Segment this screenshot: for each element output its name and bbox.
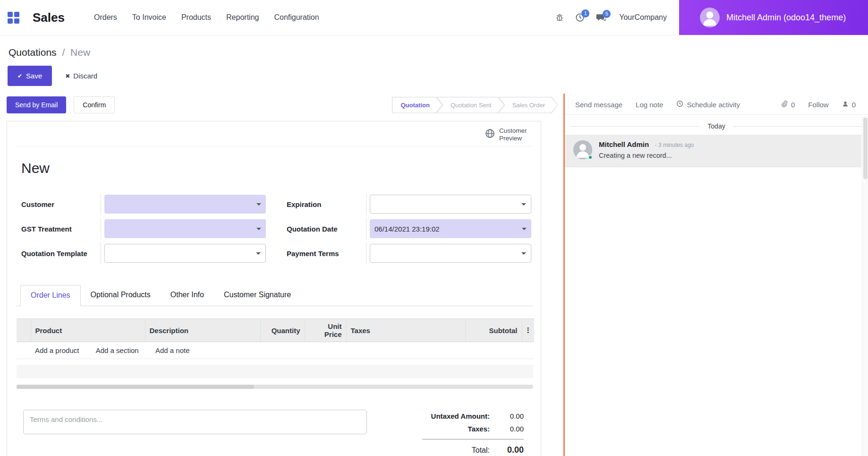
add-product-link[interactable]: Add a product xyxy=(35,346,79,354)
notebook-tabs: Order Lines Optional Products Other Info… xyxy=(17,285,533,306)
user-menu[interactable]: Mitchell Admin (odoo14_theme) xyxy=(679,0,868,35)
quotation-date-value: 06/14/2021 23:19:02 xyxy=(374,225,440,233)
scrollbar-thumb[interactable] xyxy=(863,118,868,179)
statusbar: Send by Email Confirm Quotation Quotatio… xyxy=(0,94,563,118)
send-by-email-button[interactable]: Send by Email xyxy=(7,96,66,113)
vertical-scrollbar[interactable] xyxy=(862,116,868,456)
record-actions: ✔ Save ✖ Discard xyxy=(0,61,868,94)
order-lines-table: Product Description Quantity Unit Price … xyxy=(17,318,534,359)
menu-to-invoice[interactable]: To Invoice xyxy=(132,13,166,22)
content: Send by Email Confirm Quotation Quotatio… xyxy=(0,94,868,456)
online-status-dot xyxy=(588,155,593,160)
tab-other-info[interactable]: Other Info xyxy=(161,285,214,306)
customer-label: Customer xyxy=(21,193,101,215)
col-description: Description xyxy=(145,319,260,342)
bug-icon[interactable] xyxy=(555,13,564,22)
status-steps: Quotation Quotation Sent Sales Order xyxy=(392,97,558,113)
tab-optional-products[interactable]: Optional Products xyxy=(81,285,161,306)
activities-clock-icon[interactable]: 1 xyxy=(575,13,585,22)
date-divider-label: Today xyxy=(700,122,732,130)
chatter-message[interactable]: Mitchell Admin - 3 minutes ago Creating … xyxy=(565,135,861,167)
gst-treatment-input[interactable] xyxy=(104,219,266,238)
empty-row xyxy=(17,378,533,385)
messages-icon[interactable]: 5 xyxy=(596,13,606,22)
state-quotation[interactable]: Quotation xyxy=(392,97,442,113)
col-taxes: Taxes xyxy=(346,319,465,342)
state-quotation-sent[interactable]: Quotation Sent xyxy=(437,97,504,113)
state-sales-order[interactable]: Sales Order xyxy=(499,97,557,113)
chevron-down-icon xyxy=(521,203,526,208)
globe-icon xyxy=(485,129,495,140)
add-note-link[interactable]: Add a note xyxy=(155,346,190,354)
quotation-date-input[interactable]: 06/14/2021 23:19:02 xyxy=(370,219,531,238)
followers-person-icon xyxy=(842,101,849,109)
menu-orders[interactable]: Orders xyxy=(94,13,117,22)
x-icon: ✖ xyxy=(65,73,70,79)
chevron-down-icon xyxy=(522,228,527,232)
save-button[interactable]: ✔ Save xyxy=(8,66,52,86)
discard-button[interactable]: ✖ Discard xyxy=(65,72,97,80)
confirm-button[interactable]: Confirm xyxy=(74,96,115,113)
payment-terms-input[interactable] xyxy=(370,244,531,263)
customer-preview-button[interactable]: Customer Preview xyxy=(485,127,530,142)
followers-button[interactable]: 0 xyxy=(842,101,856,109)
gst-treatment-label: GST Treatment xyxy=(21,218,101,240)
horizontal-scrollbar[interactable] xyxy=(17,385,533,389)
tab-order-lines[interactable]: Order Lines xyxy=(20,285,81,306)
empty-row xyxy=(17,359,533,365)
terms-input[interactable] xyxy=(23,410,367,434)
check-icon: ✔ xyxy=(17,73,22,79)
user-avatar xyxy=(700,8,720,27)
table-add-row: Add a product Add a section Add a note xyxy=(17,342,534,359)
customer-input[interactable] xyxy=(104,195,266,214)
message-avatar xyxy=(573,140,592,159)
quotation-template-input[interactable] xyxy=(104,244,266,263)
page: Sales Orders To Invoice Products Reporti… xyxy=(0,0,868,456)
expiration-input[interactable] xyxy=(370,195,531,214)
scrollbar-thumb[interactable] xyxy=(17,385,254,389)
main-menu: Orders To Invoice Products Reporting Con… xyxy=(94,13,319,22)
log-note-button[interactable]: Log note xyxy=(636,101,663,109)
quotation-date-label: Quotation Date xyxy=(287,218,366,240)
navbar-systray: 1 5 YourCompany Mitchell Admin (odoo14_t… xyxy=(555,0,868,35)
empty-row xyxy=(17,365,533,378)
expiration-label: Expiration xyxy=(287,193,366,215)
top-navbar: Sales Orders To Invoice Products Reporti… xyxy=(0,0,868,35)
breadcrumb-quotations[interactable]: Quotations xyxy=(9,47,57,58)
chevron-down-icon xyxy=(521,252,526,257)
send-message-button[interactable]: Send message xyxy=(575,101,622,109)
chatter-toolbar: Send message Log note Schedule activity … xyxy=(565,94,868,115)
schedule-activity-button[interactable]: Schedule activity xyxy=(676,100,740,109)
activities-badge: 1 xyxy=(581,9,589,17)
table-header-row: Product Description Quantity Unit Price … xyxy=(17,319,534,342)
company-switcher[interactable]: YourCompany xyxy=(619,13,667,22)
apps-grid-icon[interactable] xyxy=(8,12,19,24)
chevron-down-icon xyxy=(256,203,261,208)
field-grid: Customer GST Treatment Quotation Templat… xyxy=(21,193,531,267)
paperclip-icon xyxy=(781,100,788,109)
col-product: Product xyxy=(31,319,145,342)
attachments-button[interactable]: 0 xyxy=(781,100,795,109)
menu-reporting[interactable]: Reporting xyxy=(226,13,259,22)
messages-badge: 5 xyxy=(603,10,611,18)
col-quantity: Quantity xyxy=(260,319,305,342)
untaxed-amount-row: Untaxed Amount:0.00 xyxy=(371,410,524,422)
follow-button[interactable]: Follow xyxy=(808,101,828,109)
add-section-link[interactable]: Add a section xyxy=(96,346,139,354)
chatter-panel: Send message Log note Schedule activity … xyxy=(565,94,868,456)
chevron-down-icon xyxy=(256,252,261,257)
form-sheet: Customer Preview New Customer GST Treatm… xyxy=(7,121,541,456)
form-region: Send by Email Confirm Quotation Quotatio… xyxy=(0,94,563,456)
message-author[interactable]: Mitchell Admin xyxy=(599,140,649,148)
sheet-footer: Untaxed Amount:0.00 Taxes:0.00 Total:0.0… xyxy=(17,410,533,456)
menu-products[interactable]: Products xyxy=(181,13,211,22)
payment-terms-label: Payment Terms xyxy=(287,242,366,264)
record-title: New xyxy=(21,160,533,176)
chevron-down-icon xyxy=(256,228,261,232)
app-name[interactable]: Sales xyxy=(33,10,65,25)
customer-preview-label: Customer Preview xyxy=(499,127,530,142)
table-options-icon[interactable]: ⋮ xyxy=(525,326,532,335)
menu-configuration[interactable]: Configuration xyxy=(274,13,319,22)
tab-customer-signature[interactable]: Customer Signature xyxy=(214,285,301,306)
col-subtotal: Subtotal xyxy=(465,319,522,342)
